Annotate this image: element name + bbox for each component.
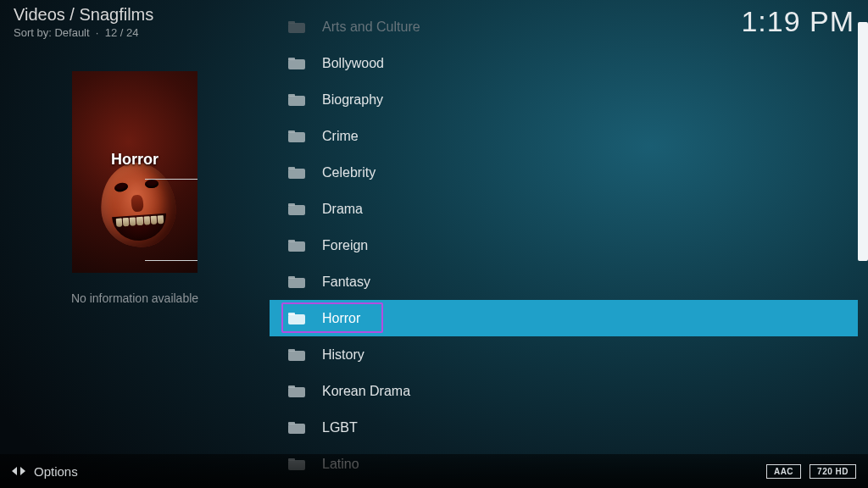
list-item-label: Crime [322, 129, 359, 144]
list-item-label: History [322, 347, 364, 363]
folder-icon [288, 240, 305, 252]
list-item-label: Bollywood [322, 56, 384, 71]
folder-icon [288, 422, 305, 434]
list-item[interactable]: Bollywood [270, 45, 858, 81]
list-item[interactable]: History [270, 336, 858, 373]
folder-icon [288, 203, 305, 215]
preview-thumbnail: Horror [72, 71, 198, 273]
folder-icon [288, 349, 305, 361]
divider [145, 260, 198, 261]
folder-icon [288, 167, 305, 179]
list-item[interactable]: Fantasy [270, 263, 858, 300]
sort-line: Sort by: Default · 12 / 24 [14, 26, 153, 39]
info-text: No information available [71, 291, 198, 305]
list-item-label: Foreign [322, 238, 368, 253]
list-item-label: Celebrity [322, 165, 376, 180]
media-badges: AAC720 HD [766, 464, 856, 479]
list-item[interactable]: Korean Drama [270, 373, 858, 409]
list-item[interactable]: Biography [270, 81, 858, 118]
scrollbar[interactable] [858, 22, 868, 261]
list-item[interactable]: Celebrity [270, 154, 858, 191]
list-item[interactable]: Horror [270, 300, 858, 336]
main: Arts and CultureBollywoodBiographyCrimeC… [270, 0, 868, 454]
list-item-label: Korean Drama [322, 384, 410, 399]
item-position: 12 / 24 [105, 26, 139, 39]
options-button[interactable]: Options [12, 464, 78, 479]
sort-value: Default [54, 26, 89, 39]
divider [145, 179, 198, 180]
category-list: Arts and CultureBollywoodBiographyCrimeC… [270, 8, 858, 454]
options-label: Options [34, 464, 78, 479]
preview-title: Horror [72, 151, 198, 169]
folder-icon [288, 21, 305, 33]
list-item-label: LGBT [322, 420, 358, 435]
breadcrumb: Videos / Snagfilms [14, 5, 153, 25]
sort-sep: · [92, 26, 104, 39]
face-art [131, 194, 144, 212]
folder-icon [288, 94, 305, 106]
folder-icon [288, 313, 305, 324]
sort-label: Sort by: [14, 26, 52, 39]
folder-icon [288, 58, 305, 69]
list-item-label: Biography [322, 92, 383, 108]
list-item[interactable]: Crime [270, 118, 858, 154]
media-badge: 720 HD [810, 464, 856, 479]
folder-icon [288, 130, 305, 142]
list-item-label: Fantasy [322, 274, 370, 290]
folder-icon [288, 385, 305, 397]
bottom-bar: Options AAC720 HD [0, 454, 868, 488]
list-item-label: Horror [322, 311, 360, 326]
sidebar: Horror No information available [0, 59, 270, 454]
folder-icon [288, 276, 305, 288]
list-item[interactable]: Foreign [270, 227, 858, 263]
list-item-label: Drama [322, 202, 363, 217]
list-item-label: Arts and Culture [322, 19, 420, 35]
list-item[interactable]: LGBT [270, 409, 858, 446]
list-item[interactable]: Arts and Culture [270, 8, 858, 45]
options-icon [12, 464, 25, 478]
media-badge: AAC [766, 464, 801, 479]
list-item[interactable]: Drama [270, 191, 858, 227]
